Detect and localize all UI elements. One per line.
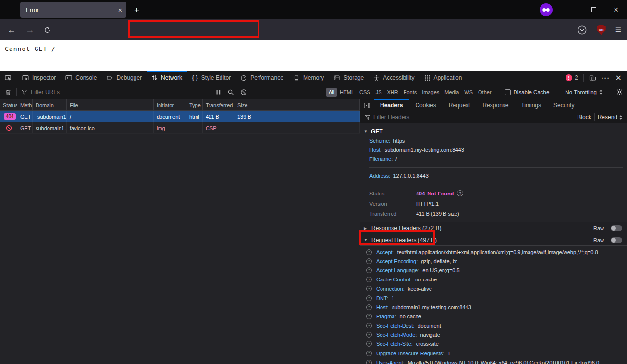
close-button[interactable]: × xyxy=(605,0,627,19)
filter-media[interactable]: Media xyxy=(442,88,461,97)
response-headers-section[interactable]: ▶ Response Headers (272 B) Raw xyxy=(360,222,627,234)
filter-images[interactable]: Images xyxy=(419,88,442,97)
header-row[interactable]: ?Host:subdomain1.my-testing.com:8443 xyxy=(360,303,627,312)
request-headers-section[interactable]: ▼ Request Headers (497 B) Raw xyxy=(360,234,627,246)
help-icon[interactable]: ? xyxy=(366,332,372,338)
collapse-pane-button[interactable] xyxy=(360,99,374,111)
request-row-blocked[interactable]: GET subdomain1.my... favicon.ico img CSP xyxy=(0,122,360,134)
devtools-tab-network[interactable]: Network xyxy=(147,71,187,85)
request-row-selected[interactable]: 404 GET subdomain1... / document html 41… xyxy=(0,111,360,122)
header-row[interactable]: ?User-Agent:Mozilla/5.0 (Windows NT 10.0… xyxy=(360,358,627,364)
browser-tab[interactable]: Error × xyxy=(20,2,126,18)
header-row[interactable]: ?Upgrade-Insecure-Requests:1 xyxy=(360,349,627,358)
block-button[interactable]: Block xyxy=(577,114,591,121)
detail-tab-headers[interactable]: Headers xyxy=(374,99,409,111)
status-code: 404 xyxy=(416,191,425,196)
filter-html[interactable]: HTML xyxy=(337,88,357,97)
minimize-button[interactable] xyxy=(561,0,583,19)
filter-css[interactable]: CSS xyxy=(357,88,373,97)
devtools-tab-inspector[interactable]: Inspector xyxy=(17,71,61,85)
responsive-design-icon[interactable] xyxy=(589,74,596,82)
help-icon[interactable]: ? xyxy=(366,249,372,255)
resend-button[interactable]: Resend xyxy=(598,114,623,121)
filter-headers-input[interactable] xyxy=(373,114,574,121)
raw-label: Raw xyxy=(593,225,604,231)
filter-xhr[interactable]: XHR xyxy=(385,88,401,97)
help-icon[interactable]: ? xyxy=(366,258,372,264)
detail-tab-cookies[interactable]: Cookies xyxy=(409,99,442,111)
detail-tab-security[interactable]: Security xyxy=(547,99,580,111)
header-row[interactable]: ?Pragma:no-cache xyxy=(360,312,627,321)
devtools-tab-accessibility[interactable]: Accessibility xyxy=(369,71,419,85)
filter-fonts[interactable]: Fonts xyxy=(401,88,419,97)
column-type[interactable]: Type xyxy=(186,99,203,110)
detail-tab-timings[interactable]: Timings xyxy=(515,99,547,111)
help-icon[interactable]: ? xyxy=(457,190,463,196)
header-row[interactable]: ?Accept-Encoding:gzip, deflate, br xyxy=(360,256,627,266)
header-row[interactable]: ?Cache-Control:no-cache xyxy=(360,275,627,284)
menu-icon[interactable]: ≡ xyxy=(615,25,621,35)
devtools-tab-performance[interactable]: Performance xyxy=(235,71,288,85)
tab-close-icon[interactable]: × xyxy=(118,6,122,14)
pick-element-button[interactable] xyxy=(0,71,17,85)
column-file[interactable]: File xyxy=(67,99,154,110)
disable-cache-control[interactable]: Disable Cache xyxy=(498,89,556,95)
help-icon[interactable]: ? xyxy=(366,323,372,328)
devtools-tab-console[interactable]: Console xyxy=(61,71,101,85)
error-count[interactable]: ! 2 xyxy=(566,74,578,81)
help-icon[interactable]: ? xyxy=(366,267,372,273)
devtools-tab-debugger[interactable]: Debugger xyxy=(101,71,147,85)
help-icon[interactable]: ? xyxy=(366,360,372,364)
forward-button[interactable]: → xyxy=(22,19,37,40)
request-method-row[interactable]: ▼ GET xyxy=(360,127,627,136)
pause-icon[interactable] xyxy=(216,89,221,95)
block-icon[interactable] xyxy=(240,89,247,96)
help-icon[interactable]: ? xyxy=(366,277,372,282)
help-icon[interactable]: ? xyxy=(366,351,372,356)
column-initiator[interactable]: Initiator xyxy=(154,99,186,110)
help-icon[interactable]: ? xyxy=(366,304,372,310)
column-domain[interactable]: Domain xyxy=(33,99,67,110)
reload-button[interactable] xyxy=(39,19,55,40)
column-status[interactable]: Status xyxy=(0,99,17,110)
column-size[interactable]: Size xyxy=(234,99,360,110)
header-row[interactable]: ?Accept-Language:en-US,en;q=0.5 xyxy=(360,266,627,275)
devtools-tab-memory[interactable]: Memory xyxy=(288,71,329,85)
network-settings-button[interactable] xyxy=(612,88,627,96)
devtools-close-icon[interactable]: ✕ xyxy=(615,73,622,83)
back-button[interactable]: ← xyxy=(4,19,19,40)
clear-requests-button[interactable] xyxy=(0,89,16,96)
filter-all[interactable]: All xyxy=(326,88,337,97)
throttling-select[interactable]: No Throttling xyxy=(556,89,612,95)
new-tab-button[interactable]: + xyxy=(130,3,143,16)
header-row[interactable]: ?Sec-Fetch-Site:cross-site xyxy=(360,340,627,349)
detail-tab-response[interactable]: Response xyxy=(476,99,515,111)
raw-toggle[interactable] xyxy=(611,237,622,243)
filter-js[interactable]: JS xyxy=(373,88,384,97)
filter-ws[interactable]: WS xyxy=(462,88,475,97)
meatball-menu-icon[interactable]: ··· xyxy=(602,74,610,82)
help-icon[interactable]: ? xyxy=(366,341,372,347)
filter-urls-input[interactable] xyxy=(31,89,213,96)
devtools-tab-style-editor[interactable]: { } Style Editor xyxy=(187,71,235,85)
disable-cache-checkbox[interactable] xyxy=(505,89,511,95)
header-row[interactable]: ?Sec-Fetch-Mode:navigate xyxy=(360,330,627,340)
search-icon[interactable] xyxy=(227,89,234,96)
header-row[interactable]: ?Connection:keep-alive xyxy=(360,284,627,293)
filter-other[interactable]: Other xyxy=(476,88,494,97)
pocket-icon[interactable] xyxy=(577,25,587,35)
help-icon[interactable]: ? xyxy=(366,314,372,319)
maximize-button[interactable] xyxy=(583,0,605,19)
header-row[interactable]: ?DNT:1 xyxy=(360,293,627,303)
devtools-tab-application[interactable]: Application xyxy=(419,71,467,85)
help-icon[interactable]: ? xyxy=(366,286,372,291)
header-row[interactable]: ?Accept:text/html,application/xhtml+xml,… xyxy=(360,247,627,256)
raw-toggle[interactable] xyxy=(611,225,622,231)
help-icon[interactable]: ? xyxy=(366,295,372,301)
column-transferred[interactable]: Transferred xyxy=(203,99,234,110)
detail-tab-request[interactable]: Request xyxy=(443,99,477,111)
ublock-origin-icon[interactable]: UO xyxy=(597,25,606,35)
devtools-tab-storage[interactable]: Storage xyxy=(329,71,369,85)
column-method[interactable]: Meth... xyxy=(17,99,33,110)
header-row[interactable]: ?Sec-Fetch-Dest:document xyxy=(360,321,627,330)
